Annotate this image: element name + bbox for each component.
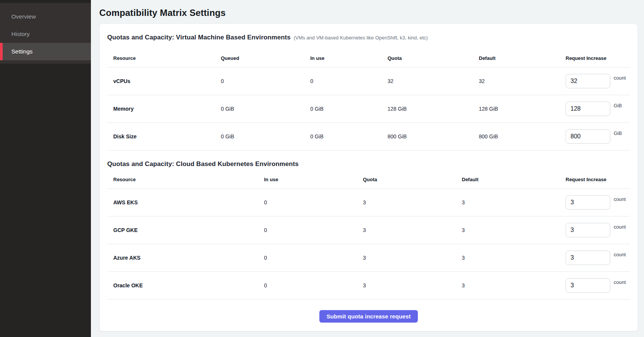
submit-quota-increase-button[interactable]: Submit quota increase request <box>319 310 418 323</box>
k8s-table-header-row: Resource In use Quota Default Request In… <box>107 170 630 188</box>
in-use-value: 0 <box>258 227 357 233</box>
k8s-col-in-use: In use <box>258 177 357 182</box>
sidebar: Overview History Settings <box>0 0 91 337</box>
request-increase-input[interactable] <box>566 195 610 210</box>
vm-quota-table: Resource Queued In use Quota Default Req… <box>107 49 630 150</box>
k8s-table-row: AWS EKS 0 3 3 count <box>107 188 630 216</box>
in-use-value: 0 <box>258 199 357 205</box>
default-value: 32 <box>473 78 560 84</box>
vm-table-row: Memory 0 GiB 0 GiB 128 GiB 128 GiB GiB <box>107 95 630 122</box>
request-increase-input[interactable] <box>566 251 610 265</box>
page-title: Compatibility Matrix Settings <box>99 7 638 19</box>
sidebar-item-settings[interactable]: Settings <box>0 43 91 60</box>
resource-name: GCP GKE <box>107 227 258 233</box>
active-item-accent-bar <box>0 43 3 60</box>
unit-label: count <box>614 252 626 257</box>
request-increase-input[interactable] <box>566 129 610 144</box>
k8s-section-header: Quotas and Capacity: Cloud Based Kuberne… <box>107 160 630 169</box>
vm-col-quota: Quota <box>381 55 473 61</box>
quota-value: 32 <box>381 78 473 84</box>
queued-value: 0 <box>215 78 304 84</box>
quota-value: 3 <box>357 282 456 288</box>
unit-label: GiB <box>614 130 622 136</box>
in-use-value: 0 <box>304 78 381 84</box>
vm-table-row: vCPUs 0 0 32 32 count <box>107 67 630 95</box>
vm-col-in-use: In use <box>304 55 381 61</box>
resource-name: Disk Size <box>107 133 215 140</box>
vm-col-resource: Resource <box>107 55 215 61</box>
unit-label: count <box>614 224 626 230</box>
default-value: 3 <box>456 282 560 288</box>
default-value: 3 <box>456 199 560 205</box>
unit-label: GiB <box>614 103 622 108</box>
request-increase-input[interactable] <box>566 74 610 88</box>
k8s-section-title: Quotas and Capacity: Cloud Based Kuberne… <box>107 160 299 169</box>
k8s-table-row: Azure AKS 0 3 3 count <box>107 244 630 271</box>
quota-value: 800 GiB <box>381 133 473 140</box>
resource-name: vCPUs <box>107 78 215 84</box>
request-increase-input[interactable] <box>566 278 610 293</box>
quota-value: 128 GiB <box>381 106 473 112</box>
card-footer: Submit quota increase request <box>107 299 630 323</box>
k8s-table-row: GCP GKE 0 3 3 count <box>107 216 630 244</box>
unit-label: count <box>614 75 626 81</box>
k8s-table-body: AWS EKS 0 3 3 count GCP GKE 0 3 3 count … <box>107 188 630 299</box>
vm-col-request-increase: Request Increase <box>560 55 630 61</box>
default-value: 128 GiB <box>473 106 560 112</box>
quota-value: 3 <box>357 227 456 233</box>
sidebar-nav: Overview History Settings <box>0 3 91 64</box>
vm-section-header: Quotas and Capacity: Virtual Machine Bas… <box>107 33 630 42</box>
request-increase-input[interactable] <box>566 102 610 116</box>
quota-value: 3 <box>357 199 456 205</box>
k8s-col-request-increase: Request Increase <box>560 177 630 182</box>
default-value: 3 <box>456 255 560 261</box>
vm-table-row: Disk Size 0 GiB 0 GiB 800 GiB 800 GiB Gi… <box>107 122 630 150</box>
in-use-value: 0 GiB <box>304 106 381 112</box>
resource-name: Azure AKS <box>107 255 258 261</box>
k8s-col-resource: Resource <box>107 177 258 182</box>
vm-col-default: Default <box>473 55 560 61</box>
sidebar-item-label: Settings <box>11 48 33 55</box>
quota-settings-card: Quotas and Capacity: Virtual Machine Bas… <box>99 24 638 331</box>
k8s-table-row: Oracle OKE 0 3 3 count <box>107 271 630 299</box>
default-value: 3 <box>456 227 560 233</box>
unit-label: count <box>614 279 626 285</box>
in-use-value: 0 <box>258 282 357 288</box>
queued-value: 0 GiB <box>215 133 304 140</box>
vm-table-body: vCPUs 0 0 32 32 count Memory 0 GiB 0 GiB… <box>107 67 630 150</box>
queued-value: 0 GiB <box>215 106 304 112</box>
default-value: 800 GiB <box>473 133 560 140</box>
sidebar-item-overview[interactable]: Overview <box>0 8 91 25</box>
request-increase-input[interactable] <box>566 223 610 237</box>
resource-name: AWS EKS <box>107 199 258 205</box>
in-use-value: 0 GiB <box>304 133 381 140</box>
resource-name: Memory <box>107 106 215 112</box>
unit-label: count <box>614 196 626 202</box>
k8s-quota-table: Resource In use Quota Default Request In… <box>107 170 630 299</box>
vm-section-title: Quotas and Capacity: Virtual Machine Bas… <box>107 33 291 42</box>
vm-table-header-row: Resource Queued In use Quota Default Req… <box>107 49 630 67</box>
vm-col-queued: Queued <box>215 55 304 61</box>
main-content: Compatibility Matrix Settings Quotas and… <box>91 0 644 337</box>
in-use-value: 0 <box>258 255 357 261</box>
quota-value: 3 <box>357 255 456 261</box>
sidebar-item-history[interactable]: History <box>0 25 91 43</box>
k8s-col-quota: Quota <box>357 177 456 182</box>
k8s-col-default: Default <box>456 177 560 182</box>
resource-name: Oracle OKE <box>107 282 258 288</box>
app-window: Overview History Settings Compatibility … <box>0 0 644 337</box>
vm-section-subtitle: (VMs and VM-based Kubernetes like OpenSh… <box>294 35 428 41</box>
